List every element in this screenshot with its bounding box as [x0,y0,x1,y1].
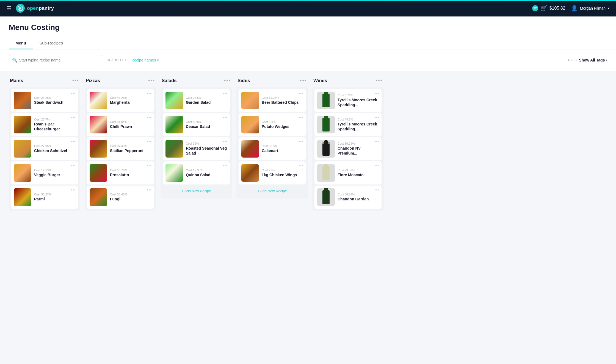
card-more-icon[interactable]: ••• [374,91,379,96]
card-more-icon[interactable]: ••• [147,115,152,120]
recipe-thumbnail [241,140,259,158]
card-more-icon[interactable]: ••• [71,139,76,144]
recipe-card[interactable]: Cost 36.45%Fungi••• [87,186,154,209]
tab-sub-recipes[interactable]: Sub-Recipes [33,37,70,49]
recipe-name: 1kg Chicken Wings [262,172,303,177]
recipe-card[interactable]: Cost 23.28%Steak Sandwich••• [11,89,78,112]
food-image-chips [241,92,259,109]
food-image-burger [14,116,31,133]
recipe-name: Sicilian Pepperoni [110,148,151,153]
column-more-icon-pizzas[interactable]: ••• [148,78,155,83]
recipe-card[interactable]: Cost 36.27%Parmi••• [11,186,78,209]
card-more-icon[interactable]: ••• [223,164,228,168]
chevron-down-icon: ▾ [608,6,609,10]
recipe-card[interactable]: Cost 39.29%Chandon NV Premium...••• [314,137,382,160]
food-image-chilli-prawn [90,116,107,133]
card-more-icon[interactable]: ••• [71,164,76,168]
user-area[interactable]: 👤 Morgan Filman ▾ [571,5,609,12]
recipe-thumbnail [165,140,183,158]
card-more-icon[interactable]: ••• [299,115,303,120]
recipe-thumbnail [14,140,31,158]
recipe-card[interactable]: Cost 32%Roasted Seasonal Veg Salad••• [163,137,230,160]
add-recipe-button-salads[interactable]: + Add New Recipe [163,186,230,196]
tab-menu[interactable]: Menu [9,37,33,49]
recipe-name: Fiore Moscato [338,172,379,177]
column-more-icon-mains[interactable]: ••• [72,78,79,83]
card-more-icon[interactable]: ••• [374,188,379,192]
recipe-thumbnail [14,188,31,206]
food-image-veggie-burger [14,164,31,182]
recipe-card[interactable]: Cost 27%1kg Chicken Wings••• [239,161,306,184]
recipe-card[interactable]: Cost 41.04%Chilli Prawn••• [87,113,154,136]
recipe-thumbnail [90,116,107,133]
recipe-card[interactable]: Cost 27.96%Chicken Schnitzel••• [11,137,78,160]
recipe-info: Cost 36.27%Parmi [34,193,75,201]
recipe-card[interactable]: Cost 5.4%Potato Wedges••• [239,113,306,136]
card-more-icon[interactable]: ••• [223,91,228,96]
card-more-icon[interactable]: ••• [147,188,152,192]
recipe-card[interactable]: Cost 37.45%Sicilian Pepperoni••• [87,137,154,160]
menu-icon[interactable]: ☰ [7,5,12,12]
card-more-icon[interactable]: ••• [71,91,76,96]
recipe-card[interactable]: Cost 49.5%Tyrell's Moores Creek Sparklin… [314,113,382,136]
column-more-icon-sides[interactable]: ••• [300,78,307,83]
card-more-icon[interactable]: ••• [299,91,303,96]
recipe-info: Cost 32.5%Calamari [262,144,303,153]
recipe-card[interactable]: Cost 20.7%Ryan's Bar Cheeseburger••• [11,113,78,136]
user-name: Morgan Filman [580,6,606,10]
recipe-card[interactable]: Cost 53.76%Prosciutto••• [87,161,154,184]
recipe-card[interactable]: Cost 32.5%Calamari••• [239,137,306,160]
recipe-name: Margherita [110,100,151,105]
card-more-icon[interactable]: ••• [147,91,152,96]
search-input[interactable] [9,55,102,65]
recipe-name: Ryan's Bar Cheeseburger [34,122,75,131]
recipe-thumbnail [317,188,335,206]
show-all-tags-button[interactable]: Show All Tags › [579,58,607,62]
food-image-chicken-wings [241,164,259,182]
recipe-card[interactable]: Cost 12.38%Quinoa Salad••• [163,161,230,184]
recipe-card[interactable]: Cost 46.28%Margherita••• [87,89,154,112]
recipe-info: Cost 46.28%Margherita [110,96,151,105]
recipe-thumbnail [165,164,183,182]
recipe-card[interactable]: Cost 11.25%Beer Battered Chips••• [239,89,306,112]
card-more-icon[interactable]: ••• [71,188,76,192]
recipe-cost: Cost 36.45% [110,193,151,196]
recipe-card[interactable]: Cost 12.13%Veggie Burger••• [11,161,78,184]
recipe-cost: Cost 11.25% [262,96,303,99]
column-body-pizzas: Cost 46.28%Margherita•••Cost 41.04%Chill… [85,87,156,211]
header: ☰ p openpantry 22 🛒 $105.82 👤 Morgan Fil… [0,0,616,16]
card-more-icon[interactable]: ••• [223,115,228,120]
recipe-name: Roasted Seasonal Veg Salad [186,146,227,156]
card-more-icon[interactable]: ••• [147,164,152,168]
recipe-name: Chandon NV Premium... [338,146,379,156]
card-more-icon[interactable]: ••• [71,115,76,120]
cart-area[interactable]: 22 🛒 $105.82 [532,5,565,12]
cart-icon[interactable]: 🛒 [540,5,547,12]
card-more-icon[interactable]: ••• [374,115,379,120]
recipe-name: Chandon Garden [338,197,379,201]
recipe-name: Chilli Prawn [110,124,151,129]
column-more-icon-wines[interactable]: ••• [376,78,383,83]
recipe-cost: Cost 23.28% [34,96,75,99]
card-more-icon[interactable]: ••• [147,139,152,144]
recipe-card[interactable]: Cost 36.24%Chandon Garden••• [314,186,382,209]
card-more-icon[interactable]: ••• [299,164,303,168]
recipe-thumbnail [90,164,107,182]
recipe-card[interactable]: Cost 26.5%Garden Salad••• [163,89,230,112]
recipe-info: Cost 41.04%Chilli Prawn [110,120,151,129]
recipe-cost: Cost 39.29% [338,142,379,145]
card-more-icon[interactable]: ••• [374,139,379,144]
card-more-icon[interactable]: ••• [299,139,303,144]
column-sides: Sides•••Cost 11.25%Beer Battered Chips••… [236,78,308,211]
column-more-icon-salads[interactable]: ••• [224,78,231,83]
recipe-card[interactable]: Cost 23.57%Fiore Moscato••• [314,161,382,184]
recipe-card[interactable]: Cost 5.77%Tyrell's Moores Creek Sparklin… [314,89,382,112]
add-recipe-button-sides[interactable]: + Add New Recipe [239,186,306,196]
card-more-icon[interactable]: ••• [223,139,228,144]
recipe-card[interactable]: Cost 8.28%Ceasar Salad••• [163,113,230,136]
search-by-dropdown[interactable]: Recipe names ▾ [131,58,159,62]
food-image-margherita [90,92,107,109]
card-more-icon[interactable]: ••• [374,164,379,168]
recipe-cost: Cost 37.45% [110,144,151,148]
column-title-salads: Salads [162,78,177,83]
